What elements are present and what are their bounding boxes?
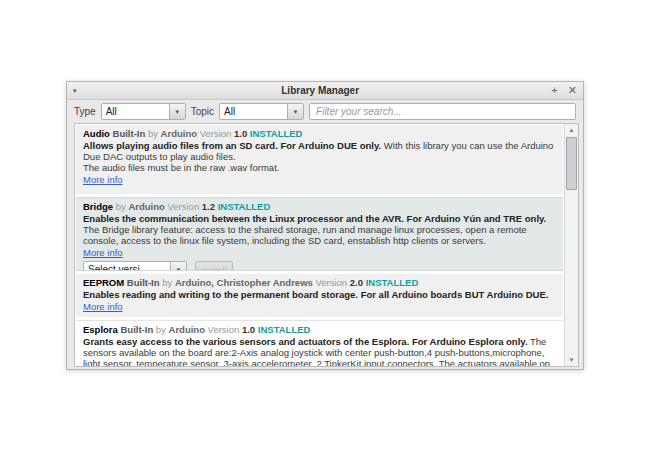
close-button[interactable]: ✕ bbox=[568, 85, 577, 96]
library-title: EEPROM Built-In by Arduino, Christopher … bbox=[83, 277, 556, 288]
scrollbar-thumb[interactable] bbox=[566, 137, 577, 190]
more-info-link[interactable]: More info bbox=[83, 247, 123, 258]
installed-badge: INSTALLED bbox=[258, 324, 311, 335]
install-button[interactable]: Install bbox=[195, 261, 233, 271]
search-input[interactable] bbox=[309, 103, 576, 120]
library-title: Esplora Built-In by Arduino Version 1.0 … bbox=[83, 324, 556, 335]
library-title: Audio Built-In by Arduino Version 1.0 IN… bbox=[83, 128, 556, 139]
library-description: Enables the communication between the Li… bbox=[83, 213, 556, 246]
library-description: Allows playing audio files from an SD ca… bbox=[83, 140, 556, 173]
more-info-link[interactable]: More info bbox=[83, 301, 123, 312]
library-description: Enables reading and writing to the perma… bbox=[83, 289, 556, 300]
library-entries: Audio Built-In by Arduino Version 1.0 IN… bbox=[76, 125, 563, 366]
version-select[interactable]: Select versi... ▼ bbox=[83, 261, 187, 271]
window-menu-icon[interactable]: ▾ bbox=[73, 87, 89, 95]
chevron-down-icon[interactable]: ▼ bbox=[287, 104, 303, 119]
list-item-bridge-selected[interactable]: Bridge by Arduino Version 1.2 INSTALLED … bbox=[76, 197, 563, 271]
type-filter-label: Type bbox=[74, 106, 96, 117]
window-title: Library Manager bbox=[89, 85, 551, 96]
library-description: Grants easy access to the various sensor… bbox=[83, 336, 556, 366]
scroll-down-icon[interactable]: ▼ bbox=[565, 354, 578, 366]
install-controls: Select versi... ▼ Install bbox=[83, 261, 556, 271]
list-item-audio[interactable]: Audio Built-In by Arduino Version 1.0 IN… bbox=[76, 125, 563, 194]
scrollbar[interactable]: ▲ ▼ bbox=[564, 124, 578, 366]
title-bar[interactable]: ▾ Library Manager + ✕ bbox=[67, 82, 583, 100]
type-filter-value: All bbox=[102, 104, 169, 119]
chevron-down-icon[interactable]: ▼ bbox=[170, 262, 186, 271]
chevron-down-icon[interactable]: ▼ bbox=[169, 104, 185, 119]
library-list: Audio Built-In by Arduino Version 1.0 IN… bbox=[74, 123, 579, 367]
more-info-link[interactable]: More info bbox=[83, 174, 123, 185]
type-filter-dropdown[interactable]: All ▼ bbox=[101, 103, 186, 120]
filter-bar: Type All ▼ Topic All ▼ bbox=[67, 100, 583, 123]
installed-badge: INSTALLED bbox=[218, 201, 271, 212]
scroll-up-icon[interactable]: ▲ bbox=[565, 124, 578, 136]
description-line2: The audio files must be in the raw .wav … bbox=[83, 162, 556, 173]
list-item-esplora[interactable]: Esplora Built-In by Arduino Version 1.0 … bbox=[76, 320, 563, 366]
library-manager-dialog: ▾ Library Manager + ✕ Type All ▼ Topic A… bbox=[66, 81, 584, 370]
installed-badge: INSTALLED bbox=[366, 277, 419, 288]
desktop-background: ▾ Library Manager + ✕ Type All ▼ Topic A… bbox=[0, 0, 650, 455]
installed-badge: INSTALLED bbox=[250, 128, 303, 139]
version-select-value: Select versi... bbox=[84, 262, 170, 271]
topic-filter-value: All bbox=[220, 104, 287, 119]
maximize-button[interactable]: + bbox=[551, 85, 557, 96]
topic-filter-dropdown[interactable]: All ▼ bbox=[219, 103, 304, 120]
topic-filter-label: Topic bbox=[191, 106, 214, 117]
list-item-eeprom[interactable]: EEPROM Built-In by Arduino, Christopher … bbox=[76, 274, 563, 317]
library-title: Bridge by Arduino Version 1.2 INSTALLED bbox=[83, 201, 556, 212]
